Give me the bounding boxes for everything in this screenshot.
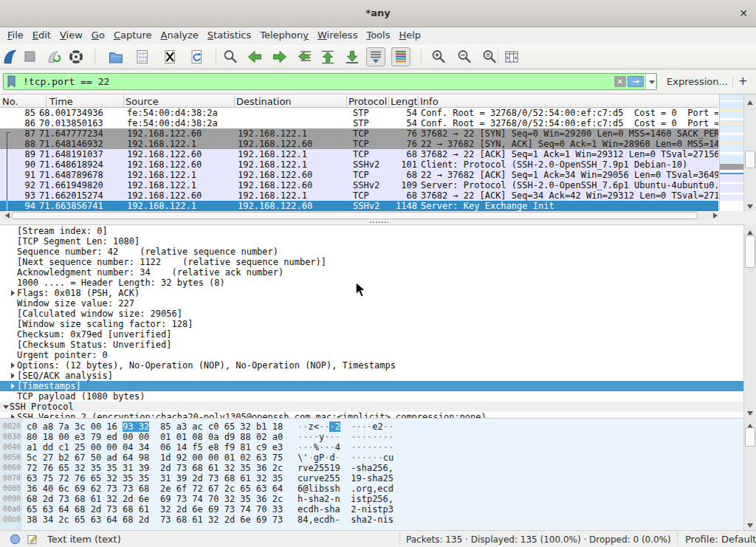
packet-row-93[interactable]: 9371.662015274192.168.122.60192.168.122.… — [0, 190, 718, 201]
detail-line-1[interactable]: [TCP Segment Len: 1080] — [0, 236, 743, 247]
detail-line-18[interactable]: SSH Version 2 (encryption:chacha20-poly1… — [0, 412, 743, 418]
capture-comment-icon[interactable] — [27, 533, 38, 545]
reload-file-button[interactable] — [187, 47, 206, 66]
packet-row-86[interactable]: 8670.013850163fe:54:00:d4:38:2aSTP54Conf… — [0, 118, 718, 128]
scroll-thumb[interactable] — [745, 151, 755, 168]
hex-ascii[interactable]: 84,ecdh- sha2-nis — [298, 515, 394, 525]
bookmark-icon[interactable] — [6, 75, 18, 88]
column-separator[interactable] — [418, 95, 419, 107]
go-to-packet-button[interactable] — [295, 47, 315, 66]
menu-statistics[interactable]: Statistics — [203, 27, 255, 44]
expert-info-icon[interactable] — [10, 534, 21, 545]
hex-row-00a0[interactable]: 00a065 63 64 68 2d 73 68 6132 2d 6e 69 7… — [0, 504, 743, 515]
packet-row-89[interactable]: 8971.648191037192.168.122.60192.168.122.… — [0, 149, 718, 159]
column-separator[interactable] — [388, 95, 389, 107]
column-header-source[interactable]: Source — [126, 96, 233, 107]
scroll-up-arrow[interactable] — [744, 94, 756, 105]
hex-row-0050[interactable]: 00505c 27 b2 67 50 ad 64 981d 92 00 00 0… — [0, 453, 743, 463]
restart-capture-button[interactable] — [44, 47, 63, 66]
hex-ascii[interactable]: h-sha2-n istp256, — [298, 494, 394, 504]
detail-line-7[interactable]: Window size value: 227 — [0, 298, 743, 309]
filter-text[interactable]: !tcp.port == 22 — [23, 76, 109, 87]
close-file-button[interactable] — [160, 47, 179, 66]
packet-list-vscroll[interactable] — [743, 94, 756, 211]
detail-line-16[interactable]: TCP payload (1080 bytes) — [0, 391, 743, 402]
capture-options-button[interactable] — [66, 47, 86, 66]
find-packet-button[interactable] — [221, 47, 240, 66]
hex-row-0060[interactable]: 006072 76 65 32 35 35 31 392d 73 68 61 3… — [0, 463, 743, 473]
scroll-down-arrow[interactable] — [744, 520, 756, 530]
expression-button[interactable]: Expression... — [667, 76, 728, 87]
packet-row-87[interactable]: 8771.647777234192.168.122.60192.168.122.… — [0, 128, 718, 139]
detail-line-3[interactable]: [Next sequence number: 1122 (relative se… — [0, 257, 743, 267]
detail-line-8[interactable]: [Calculated window size: 29056] — [0, 309, 743, 319]
scroll-thumb[interactable] — [745, 235, 755, 268]
column-header-destination[interactable]: Destination — [236, 96, 345, 107]
packet-list-hscroll[interactable] — [0, 211, 720, 220]
packet-list-header[interactable]: No.TimeSourceDestinationProtocolLengthIn… — [0, 94, 718, 108]
hex-bytes[interactable]: 38 34 2c 65 63 64 68 2d — [27, 515, 149, 525]
hex-bytes[interactable]: 5c 27 b2 67 50 ad 64 98 — [27, 453, 149, 463]
hex-bytes[interactable]: 80 18 00 e3 79 ed 00 00 — [27, 432, 149, 442]
menu-telephony[interactable]: Telephony — [255, 27, 313, 44]
filter-dropdown-arrow[interactable] — [645, 74, 656, 89]
detail-line-2[interactable]: Sequence number: 42 (relative sequence n… — [0, 247, 743, 257]
hex-bytes[interactable]: 1d 92 00 00 01 02 63 75 — [160, 453, 283, 463]
detail-line-17[interactable]: SSH Protocol — [0, 402, 743, 412]
menu-help[interactable]: Help — [394, 27, 425, 44]
menu-view[interactable]: View — [55, 27, 87, 44]
hex-ascii[interactable]: ····y··· ········ — [298, 432, 394, 442]
menu-capture[interactable]: Capture — [109, 27, 157, 44]
column-header-no[interactable]: No. — [2, 96, 44, 107]
scroll-up-arrow[interactable] — [744, 224, 756, 235]
hex-bytes[interactable]: 68 2d 73 68 61 32 2d 6e — [27, 494, 149, 504]
hex-ascii[interactable]: ···%···4 ········ — [298, 442, 394, 453]
packet-row-91[interactable]: 9171.648789678192.168.122.1192.168.122.6… — [0, 170, 718, 180]
column-separator[interactable] — [123, 95, 124, 107]
hscroll-thumb[interactable] — [12, 212, 698, 219]
detail-line-4[interactable]: Acknowledgment number: 34 (relative ack … — [0, 267, 743, 278]
hex-ascii[interactable]: curve255 19-sha25 — [298, 473, 394, 484]
open-file-button[interactable] — [106, 47, 126, 66]
hex-row-00b0[interactable]: 00b038 34 2c 65 63 64 68 2d73 68 61 32 2… — [0, 515, 743, 525]
detail-line-5[interactable]: 1000 .... = Header Length: 32 bytes (8) — [0, 278, 743, 288]
detail-line-0[interactable]: [Stream index: 0] — [0, 226, 743, 236]
column-separator[interactable] — [46, 95, 47, 107]
hex-bytes[interactable]: a1 dd c1 25 00 00 04 34 — [27, 442, 149, 453]
detail-line-14[interactable]: [SEQ/ACK analysis] — [0, 371, 743, 381]
menu-go[interactable]: Go — [87, 27, 109, 44]
packet-row-88[interactable]: 8871.648146932192.168.122.1192.168.122.6… — [0, 139, 718, 149]
filter-apply-button[interactable]: → — [628, 76, 644, 87]
start-capture-button[interactable] — [1, 47, 20, 66]
hex-ascii[interactable]: rve25519 -sha256, — [298, 463, 394, 473]
menu-file[interactable]: File — [3, 27, 28, 44]
packet-row-90[interactable]: 9071.648618924192.168.122.60192.168.122.… — [0, 159, 718, 170]
hex-vscroll[interactable] — [743, 418, 756, 530]
hex-bytes[interactable]: 32 2d 6e 69 73 74 70 33 — [160, 504, 283, 515]
resize-columns-button[interactable] — [502, 47, 521, 66]
hex-bytes[interactable]: c0 a8 7a 3c 00 16 93 32 — [27, 422, 149, 432]
detail-line-13[interactable]: Options: (12 bytes), No-Operation (NOP),… — [0, 360, 743, 371]
detail-line-15[interactable]: [Timestamps] — [0, 381, 743, 391]
hex-row-0020[interactable]: 0020c0 a8 7a 3c 00 16 93 3285 a3 ac c0 6… — [0, 422, 743, 432]
hex-row-0090[interactable]: 009068 2d 73 68 61 32 2d 6e69 73 74 70 3… — [0, 494, 743, 504]
menu-wireless[interactable]: Wireless — [313, 27, 362, 44]
hex-bytes[interactable]: 01 01 08 0a d9 88 02 a0 — [160, 432, 283, 442]
scroll-left-arrow[interactable] — [0, 211, 10, 220]
hex-ascii[interactable]: ecdh-sha 2-nistp3 — [298, 504, 394, 515]
hex-bytes[interactable]: 06 14 f5 e8 f9 81 c9 e3 — [160, 442, 283, 453]
hex-bytes[interactable]: 2d 73 68 61 32 35 36 2c — [160, 463, 283, 473]
menu-tools[interactable]: Tools — [362, 27, 394, 44]
go-last-packet-button[interactable] — [343, 47, 362, 66]
column-header-info[interactable]: Info — [420, 96, 568, 107]
packet-row-85[interactable]: 8568.001734936fe:54:00:d4:38:2aSTP54Conf… — [0, 108, 718, 118]
column-header-protocol[interactable]: Protocol — [348, 96, 387, 107]
menu-edit[interactable]: Edit — [28, 27, 55, 44]
zoom-in-button[interactable] — [429, 47, 448, 66]
save-file-button[interactable]: 010101100113 — [133, 47, 152, 66]
detail-line-9[interactable]: [Window size scaling factor: 128] — [0, 319, 743, 329]
hex-bytes[interactable]: 36 40 6c 69 62 73 73 68 — [27, 484, 149, 494]
scroll-right-arrow[interactable] — [709, 211, 720, 220]
detail-line-6[interactable]: Flags: 0x018 (PSH, ACK) — [0, 288, 743, 298]
hex-ascii[interactable]: \'·gP·d· ······cu — [298, 453, 394, 463]
